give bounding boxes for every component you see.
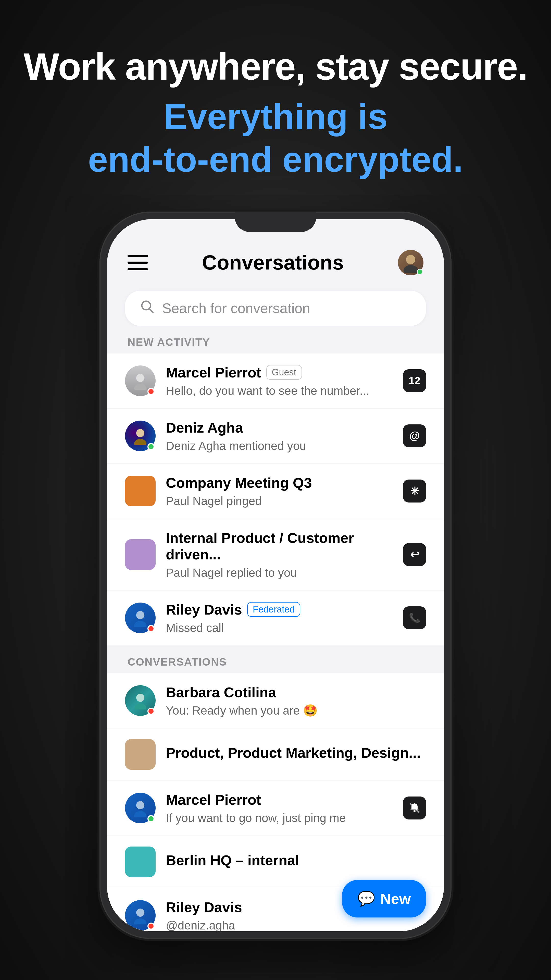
svg-point-18 <box>134 918 146 924</box>
svg-point-1 <box>403 265 418 273</box>
conv-name-row: Deniz Agha <box>166 419 393 436</box>
conv-name: Company Meeting Q3 <box>166 474 312 491</box>
list-item[interactable]: Deniz Agha Deniz Agha mentioned you @ <box>107 409 444 464</box>
search-placeholder: Search for conversation <box>162 300 310 317</box>
user-online-status <box>417 269 423 275</box>
conv-details: Marcel Pierrot If you want to go now, ju… <box>166 791 393 825</box>
conv-name: Product, Product Marketing, Design... <box>166 745 421 761</box>
conv-name-row: Riley Davis Federated <box>166 601 393 618</box>
avatar <box>125 603 156 633</box>
svg-point-12 <box>134 703 146 710</box>
status-dot-online <box>148 815 155 822</box>
conv-name-row: Berlin HQ – internal <box>166 852 426 869</box>
avatar-img <box>125 476 156 506</box>
new-conversation-label: New <box>380 890 411 907</box>
star-badge: ✳ <box>403 479 426 503</box>
mention-badge: @ <box>403 425 426 447</box>
conv-details: Berlin HQ – internal <box>166 852 426 872</box>
page-title: Conversations <box>202 251 344 274</box>
app-content: Conversations <box>107 219 444 931</box>
menu-line-2 <box>127 262 148 264</box>
conv-preview: Deniz Agha mentioned you <box>166 439 393 453</box>
menu-line-1 <box>127 255 148 257</box>
conversations-list: Barbara Cotilina You: Ready when you are… <box>107 673 444 931</box>
headline-sub-line2: end-to-end encrypted. <box>88 139 463 180</box>
menu-button[interactable] <box>127 255 148 270</box>
list-item[interactable]: Marcel Pierrot If you want to go now, ju… <box>107 781 444 836</box>
status-dot-busy <box>148 923 155 930</box>
new-activity-header: NEW ACTIVITY <box>107 326 444 353</box>
conversations-label: CONVERSATIONS <box>127 656 227 668</box>
conv-details: Riley Davis Federated Missed call <box>166 601 393 635</box>
list-item[interactable]: Company Meeting Q3 Paul Nagel pinged ✳ <box>107 464 444 519</box>
status-dot-online <box>148 443 155 450</box>
conv-name-row: Barbara Cotilina <box>166 684 426 700</box>
conv-name: Riley Davis <box>166 601 242 618</box>
list-item[interactable]: Riley Davis Federated Missed call 📞 <box>107 590 444 646</box>
conv-name-row: Company Meeting Q3 <box>166 474 393 491</box>
svg-line-4 <box>149 309 153 312</box>
conv-name: Deniz Agha <box>166 419 243 436</box>
avatar <box>125 900 156 931</box>
conv-name-row: Marcel Pierrot Guest <box>166 364 393 381</box>
avatar <box>125 421 156 451</box>
headline-main: Work anywhere, stay secure. <box>24 46 527 88</box>
headline-sub-line1: Everything is <box>163 97 387 137</box>
conv-name-row: Internal Product / Customer driven... <box>166 530 393 563</box>
conv-details: Marcel Pierrot Guest Hello, do you want … <box>166 364 393 398</box>
avatar <box>125 476 156 506</box>
conv-name: Marcel Pierrot <box>166 364 261 381</box>
user-avatar-header[interactable] <box>398 250 424 275</box>
badge-guest: Guest <box>266 365 302 380</box>
svg-point-10 <box>134 621 146 627</box>
call-badge: 📞 <box>403 606 426 629</box>
mute-badge <box>403 797 426 819</box>
conv-name: Barbara Cotilina <box>166 684 276 700</box>
phone-notch <box>235 212 316 232</box>
status-dot-busy <box>148 388 155 395</box>
svg-point-13 <box>136 801 144 809</box>
menu-line-3 <box>127 268 148 270</box>
badge-federated: Federated <box>247 602 300 617</box>
conv-preview: You: Ready when you are 🤩 <box>166 703 426 718</box>
avatar <box>125 793 156 823</box>
status-dot-busy <box>148 708 155 715</box>
conv-name: Berlin HQ – internal <box>166 852 299 869</box>
svg-point-15 <box>413 810 416 812</box>
status-dot-busy <box>148 625 155 632</box>
avatar-img <box>125 846 156 877</box>
list-item[interactable]: Marcel Pierrot Guest Hello, do you want … <box>107 353 444 409</box>
list-item[interactable]: Internal Product / Customer driven... Pa… <box>107 519 444 590</box>
conv-name-row: Product, Product Marketing, Design... <box>166 745 426 761</box>
conv-details: Company Meeting Q3 Paul Nagel pinged <box>166 474 393 508</box>
headline-sub: Everything is end-to-end encrypted. <box>24 95 527 181</box>
conversations-header: CONVERSATIONS <box>107 646 444 673</box>
conv-details: Deniz Agha Deniz Agha mentioned you <box>166 419 393 453</box>
conv-name: Internal Product / Customer driven... <box>166 530 393 563</box>
list-item[interactable]: Barbara Cotilina You: Ready when you are… <box>107 673 444 729</box>
conv-details: Product, Product Marketing, Design... <box>166 745 426 764</box>
conv-preview: If you want to go now, just ping me <box>166 811 393 825</box>
svg-point-11 <box>136 694 144 702</box>
svg-point-5 <box>136 374 144 382</box>
new-conversation-button[interactable]: 💬 New <box>342 880 426 918</box>
list-item[interactable]: Riley Davis @deniz.agha 💬 New <box>107 888 444 931</box>
conv-details: Barbara Cotilina You: Ready when you are… <box>166 684 426 718</box>
avatar <box>125 846 156 877</box>
svg-point-17 <box>136 908 144 917</box>
phone-frame: Conversations <box>100 212 451 939</box>
search-icon <box>140 300 154 317</box>
svg-point-9 <box>136 611 144 619</box>
conv-preview: @deniz.agha <box>166 918 426 931</box>
search-bar[interactable]: Search for conversation <box>125 291 426 326</box>
avatar <box>125 366 156 396</box>
svg-point-2 <box>406 255 415 264</box>
list-item[interactable]: Product, Product Marketing, Design... <box>107 729 444 781</box>
conv-name-row: Marcel Pierrot <box>166 791 393 808</box>
svg-point-6 <box>134 384 146 390</box>
conv-name: Riley Davis <box>166 899 242 915</box>
reply-badge: ↩ <box>403 543 426 566</box>
avatar-img <box>125 739 156 770</box>
avatar-img <box>125 539 156 570</box>
conv-details: Internal Product / Customer driven... Pa… <box>166 530 393 579</box>
